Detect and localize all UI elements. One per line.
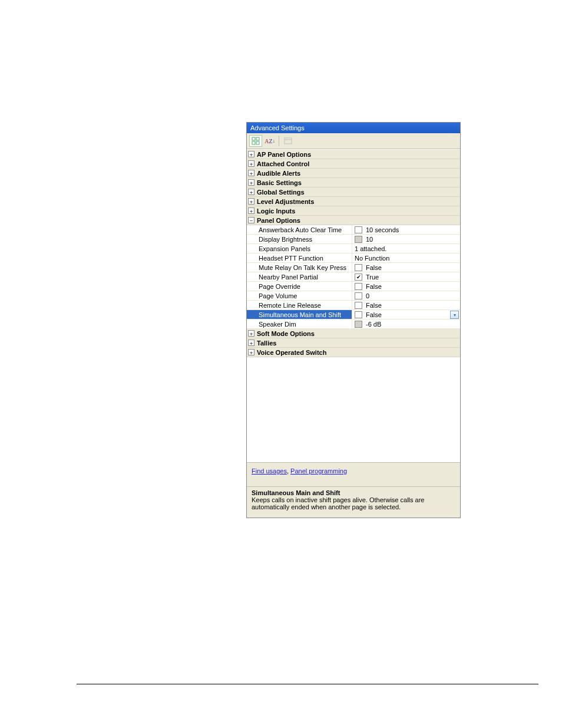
property-pages-button[interactable]	[282, 135, 295, 147]
grid-empty-area	[247, 357, 460, 462]
value-box-icon	[355, 236, 362, 243]
links-panel: Find usages, Panel programming	[247, 462, 460, 486]
prop-speaker-dim[interactable]: Speaker Dim -6 dB	[247, 319, 460, 329]
value-box-icon	[355, 226, 362, 233]
dropdown-arrow-icon[interactable]: ▾	[450, 311, 459, 319]
svg-rect-4	[285, 138, 292, 144]
expand-icon[interactable]: +	[248, 160, 254, 167]
category-attached-control[interactable]: +Attached Control	[247, 159, 460, 169]
expand-icon[interactable]: +	[248, 349, 254, 355]
toolbar: AZ↓	[247, 133, 460, 149]
page-footer-rule	[77, 684, 538, 684]
category-basic-settings[interactable]: +Basic Settings	[247, 178, 460, 187]
expand-icon[interactable]: +	[248, 151, 254, 157]
window-title: Advanced Settings	[247, 123, 460, 133]
collapse-icon[interactable]: −	[248, 217, 254, 223]
find-usages-link[interactable]: Find usages	[252, 467, 287, 475]
checkbox-off-icon	[355, 264, 362, 271]
alphabetical-view-button[interactable]: AZ↓	[263, 135, 276, 147]
description-panel: Simultaneous Main and Shift Keeps calls …	[247, 486, 460, 518]
prop-display-brightness[interactable]: Display Brightness 10	[247, 235, 460, 244]
expand-icon[interactable]: +	[248, 198, 254, 205]
svg-rect-1	[256, 137, 259, 140]
svg-rect-3	[256, 141, 259, 144]
expand-icon[interactable]: +	[248, 330, 254, 337]
value-box-icon	[355, 292, 362, 299]
description-title: Simultaneous Main and Shift	[252, 489, 455, 496]
prop-headset-ptt[interactable]: Headset PTT Function No Function	[247, 253, 460, 263]
toolbar-separator	[279, 136, 279, 146]
categorized-view-button[interactable]	[249, 135, 262, 147]
prop-answerback-auto-clear[interactable]: Answerback Auto Clear Time 10 seconds	[247, 225, 460, 235]
svg-rect-0	[252, 137, 255, 140]
prop-page-volume[interactable]: Page Volume 0	[247, 291, 460, 301]
checkbox-on-icon: ✔	[355, 274, 362, 281]
advanced-settings-window: Advanced Settings AZ↓ +AP Panel Options …	[246, 122, 461, 518]
prop-mute-relay[interactable]: Mute Relay On Talk Key Press False	[247, 263, 460, 272]
checkbox-off-icon	[355, 302, 362, 309]
expand-icon[interactable]: +	[248, 179, 254, 186]
category-ap-panel-options[interactable]: +AP Panel Options	[247, 150, 460, 159]
prop-nearby-panel-partial[interactable]: Nearby Panel Partial ✔True	[247, 272, 460, 282]
checkbox-off-icon	[355, 311, 362, 318]
category-logic-inputs[interactable]: +Logic Inputs	[247, 206, 460, 216]
category-global-settings[interactable]: +Global Settings	[247, 187, 460, 197]
category-soft-mode-options[interactable]: +Soft Mode Options	[247, 329, 460, 338]
value-box-icon	[355, 321, 362, 328]
property-grid: +AP Panel Options +Attached Control +Aud…	[247, 149, 460, 462]
panel-programming-link[interactable]: Panel programming	[290, 467, 347, 475]
description-body: Keeps calls on inactive shift pages aliv…	[252, 496, 455, 510]
prop-page-override[interactable]: Page Override False	[247, 282, 460, 291]
expand-icon[interactable]: +	[248, 170, 254, 176]
category-tallies[interactable]: +Tallies	[247, 338, 460, 348]
svg-rect-2	[252, 141, 255, 144]
prop-simultaneous-main-shift[interactable]: Simultaneous Main and Shift False▾	[247, 310, 460, 319]
expand-icon[interactable]: +	[248, 189, 254, 195]
checkbox-off-icon	[355, 283, 362, 290]
category-panel-options[interactable]: −Panel Options	[247, 216, 460, 225]
category-voice-operated-switch[interactable]: +Voice Operated Switch	[247, 348, 460, 357]
prop-remote-line-release[interactable]: Remote Line Release False	[247, 301, 460, 310]
prop-expansion-panels[interactable]: Expansion Panels 1 attached.	[247, 244, 460, 253]
category-audible-alerts[interactable]: +Audible Alerts	[247, 169, 460, 178]
category-level-adjustments[interactable]: +Level Adjustments	[247, 197, 460, 206]
expand-icon[interactable]: +	[248, 340, 254, 346]
expand-icon[interactable]: +	[248, 207, 254, 214]
